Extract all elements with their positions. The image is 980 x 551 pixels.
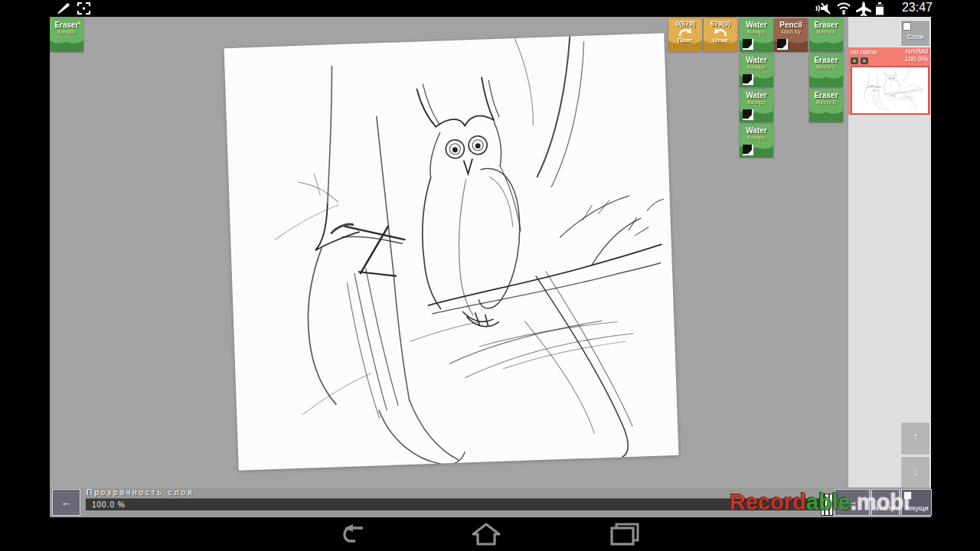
mute-vibrate-icon — [814, 2, 832, 18]
back-panel-button[interactable]: ← — [52, 489, 80, 516]
brush-name: Water — [740, 124, 773, 135]
water-brush-button[interactable]: Water Копиро — [740, 89, 773, 122]
right-arrow-icon: → — [848, 496, 858, 507]
brush-name: Eraser — [809, 89, 843, 99]
opacity-slider-label: Прозрачность слоя — [87, 488, 194, 497]
opacity-slider-handle[interactable] — [821, 494, 833, 516]
left-arrow-icon: ← — [61, 496, 72, 508]
layer-move-down-button[interactable]: ↓ — [900, 456, 930, 490]
undo-button[interactable]: 579(0) Отме — [704, 18, 737, 52]
brush-sub: Копиро — [740, 29, 773, 35]
brush-name: Water — [740, 89, 773, 99]
undo-count: 579(0) — [704, 18, 737, 28]
brush-sub: Копиро — [740, 135, 773, 141]
layer-opacity: 100.0% — [904, 55, 928, 63]
clock: 23:47 — [902, 1, 933, 15]
layer-mode: Nm/Md — [906, 47, 928, 55]
tools-spacer — [874, 491, 882, 500]
nav-back-icon[interactable] — [340, 524, 366, 544]
color-swatch-icon — [743, 109, 753, 120]
eraser-brush-button[interactable]: Eraser Жестк Б — [809, 89, 843, 122]
pencil-brush-button[interactable]: Pencil 48Кб Бу — [774, 18, 808, 52]
owl-sketch-drawing — [224, 33, 679, 471]
layer-mode-opacity: Nm/Md 100.0% — [904, 47, 928, 63]
wifi-icon — [836, 2, 851, 18]
layer-thumbnail-sketch — [852, 67, 925, 110]
current-label: Текущи — [905, 504, 929, 512]
color-swatch-icon — [743, 145, 753, 155]
water-brush-button[interactable]: Water Копиро — [740, 18, 773, 52]
forward-panel-button[interactable]: → — [835, 489, 870, 516]
nav-recents-icon[interactable] — [610, 523, 639, 546]
color-swatch-icon — [777, 39, 788, 50]
undo-arrow-icon — [712, 27, 729, 37]
brush-name: Eraser — [809, 18, 843, 29]
water-brush-button[interactable]: Water Копиро — [740, 124, 773, 158]
status-bar: 23:47 — [0, 0, 980, 17]
opacity-value: 100.0 % — [92, 500, 126, 509]
layers-toggle-label: Слои — [901, 33, 929, 41]
brush-sub: Копиро — [740, 64, 773, 70]
color-swatch-icon — [743, 39, 753, 50]
sparkle-icon: ✦ — [76, 19, 82, 27]
brush-sub: Копиро — [740, 99, 773, 106]
layers-toggle-button[interactable]: Слои — [900, 20, 930, 47]
opacity-slider-track[interactable]: 100.0 % — [86, 498, 822, 510]
eraser-brush-button[interactable]: Eraser Жестк Б — [809, 54, 843, 87]
layer-alpha-lock-icon[interactable]: ✕ — [861, 57, 868, 64]
layer-move-up-button[interactable]: ↑ — [900, 422, 930, 455]
water-brush-button[interactable]: Water Копиро — [740, 54, 773, 87]
down-arrow-icon: ↓ — [912, 465, 919, 479]
redo-label: Повт — [668, 37, 702, 44]
brush-sub: Жестк Б — [809, 29, 843, 35]
brush-name: Water — [740, 54, 773, 64]
draw-mode-icon[interactable] — [55, 2, 72, 18]
redo-button[interactable]: 0(579) Повт — [668, 18, 702, 52]
brush-name: Pencil — [774, 18, 808, 29]
eraser-copy-tool-button[interactable]: Eraser Копиро ✦ — [50, 18, 83, 52]
up-arrow-icon: ↑ — [912, 430, 919, 445]
tool-sub: Копиро — [50, 29, 83, 35]
tools-button[interactable]: Инстр — [871, 489, 900, 516]
layer-visibility-icon[interactable]: ✕ — [851, 57, 858, 64]
android-navigation-bar — [0, 517, 980, 551]
color-swatch-icon — [743, 74, 753, 85]
nav-home-icon[interactable] — [471, 523, 501, 546]
brush-name: Eraser — [809, 54, 843, 64]
fullscreen-icon[interactable] — [77, 2, 91, 18]
layer-item[interactable]: no name Nm/Md 100.0% ✕ ✕ — [848, 47, 930, 115]
current-layer-button[interactable]: Текущи — [901, 489, 932, 516]
brush-name: Water — [740, 18, 773, 29]
battery-icon — [875, 2, 884, 18]
undo-label: Отме — [704, 37, 737, 44]
redo-count: 0(579) — [668, 18, 702, 28]
layer-thumbnail[interactable] — [851, 66, 929, 115]
eraser-brush-button[interactable]: Eraser Жестк Б — [809, 18, 843, 52]
layer-name: no name — [851, 48, 877, 56]
tools-label: Инстр — [876, 504, 895, 512]
current-checkbox[interactable] — [903, 491, 912, 500]
redo-arrow-icon — [677, 27, 694, 37]
brush-sub: 48Кб Бу — [774, 29, 808, 35]
brush-sub: Жестк Б — [809, 64, 843, 70]
layers-checkbox[interactable] — [903, 22, 911, 31]
drawing-canvas[interactable] — [224, 33, 679, 471]
brush-sub: Жестк Б — [809, 99, 843, 106]
